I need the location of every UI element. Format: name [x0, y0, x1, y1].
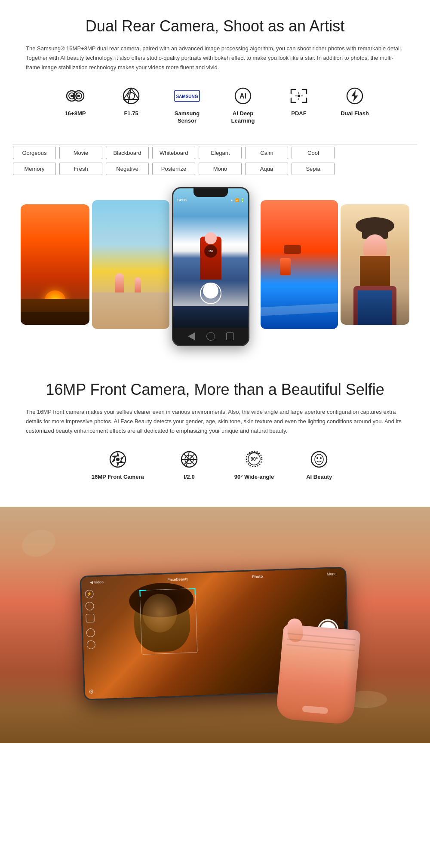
svg-text:AI: AI — [240, 92, 246, 100]
wide-angle-icon: 90° — [243, 449, 265, 470]
svg-point-16 — [298, 95, 300, 97]
filter-negative[interactable]: Negative — [106, 163, 149, 175]
dual-rear-description: The Samsung® 16MP+8MP dual rear camera, … — [26, 44, 404, 72]
svg-point-11 — [128, 92, 135, 99]
filter-cool[interactable]: Cool — [292, 147, 335, 159]
svg-text:SAMSUNG: SAMSUNG — [176, 94, 198, 99]
gallery-photo-portrait — [341, 204, 409, 325]
gallery-section: 14:06 ▲ 📶 🔋 — [0, 179, 430, 359]
feature-wide-angle: 90° 90° Wide-angle — [234, 449, 274, 481]
aperture-icon — [122, 85, 141, 107]
filter-gorgeous[interactable]: Gorgeous — [13, 147, 56, 159]
gallery-photo-sunset — [21, 204, 89, 325]
samsung-label: SamsungSensor — [175, 110, 200, 125]
ai-icon: AI — [233, 85, 253, 107]
section-divider-1 — [13, 144, 417, 145]
filter-posterrize[interactable]: Posterrize — [152, 163, 195, 175]
wide-angle-label: 90° Wide-angle — [234, 474, 274, 481]
filter-fresh[interactable]: Fresh — [59, 163, 102, 175]
front-16mp-label: 16MP Front Camera — [92, 474, 144, 481]
filter-movie[interactable]: Movie — [59, 147, 102, 159]
filter-row-2: Memory Fresh Negative Posterrize Mono Aq… — [0, 163, 430, 175]
aperture-wide-icon — [179, 449, 199, 470]
aperture-label: F1.75 — [124, 110, 138, 117]
svg-line-8 — [131, 88, 139, 99]
gallery-images-row: 14:06 ▲ 📶 🔋 — [4, 187, 426, 342]
feature-ai-beauty: AI Beauty — [300, 449, 338, 481]
camera-features-row: 16+8MP F1.75 — [26, 85, 404, 125]
filter-blackboard[interactable]: Blackboard — [106, 147, 149, 159]
feature-front-16mp: 16MP Front Camera — [92, 449, 144, 481]
filter-calm[interactable]: Calm — [245, 147, 288, 159]
feature-dual-flash: Dual Flash — [335, 85, 374, 117]
feature-front-aperture: f/2.0 — [170, 449, 209, 481]
svg-point-24 — [116, 458, 120, 461]
pdaf-icon — [289, 85, 308, 107]
filter-elegant[interactable]: Elegant — [199, 147, 242, 159]
feature-ai: AI AI DeepLearning — [224, 85, 262, 125]
svg-point-36 — [316, 457, 318, 459]
feature-aperture: F1.75 — [112, 85, 150, 117]
flash-icon — [345, 85, 364, 107]
svg-point-35 — [315, 454, 323, 465]
front-camera-section: 16MP Front Camera, More than a Beautiful… — [0, 359, 430, 507]
front-camera-features-row: 16MP Front Camera f/2.0 — [26, 449, 404, 481]
svg-text:90°: 90° — [251, 456, 258, 462]
filter-memory[interactable]: Memory — [13, 163, 56, 175]
filter-mono[interactable]: Mono — [199, 163, 242, 175]
dual-rear-section: Dual Rear Camera, Shoot as an Artist The… — [0, 0, 430, 142]
camera-shutter-icon — [108, 449, 128, 470]
ai-beauty-label: AI Beauty — [306, 474, 332, 481]
feature-samsung: SAMSUNG SamsungSensor — [168, 85, 206, 125]
filter-row-1: Gorgeous Movie Blackboard Whiteboard Ele… — [0, 147, 430, 159]
svg-point-5 — [77, 95, 80, 97]
samsung-logo-icon: SAMSUNG — [174, 85, 200, 107]
megapixel-label: 16+8MP — [65, 110, 86, 117]
selfie-section: ◀ Video FaceBeauty Photo Mono ⚡ — [0, 507, 430, 743]
front-camera-description: The 16MP front camera makes your selfies… — [26, 407, 404, 436]
filter-aqua[interactable]: Aqua — [245, 163, 288, 175]
front-aperture-label: f/2.0 — [184, 474, 195, 481]
pdaf-label: PDAF — [291, 110, 306, 117]
gallery-phone-center: 14:06 ▲ 📶 🔋 — [172, 187, 258, 342]
filter-sepia[interactable]: Sepia — [292, 163, 335, 175]
filter-whiteboard[interactable]: Whiteboard — [152, 147, 195, 159]
dual-flash-label: Dual Flash — [341, 110, 369, 117]
gallery-photo-beach — [92, 200, 169, 329]
front-camera-title: 16MP Front Camera, More than a Beautiful… — [26, 381, 404, 399]
camera-lens-icon — [65, 85, 86, 107]
svg-point-2 — [71, 95, 73, 97]
ai-label: AI DeepLearning — [231, 110, 255, 125]
feature-megapixel: 16+8MP — [56, 85, 95, 117]
dual-rear-title: Dual Rear Camera, Shoot as an Artist — [26, 17, 404, 35]
ai-beauty-icon — [309, 449, 329, 470]
gallery-photo-watersports — [261, 200, 338, 329]
feature-pdaf: PDAF — [280, 85, 318, 117]
svg-point-37 — [320, 457, 322, 459]
